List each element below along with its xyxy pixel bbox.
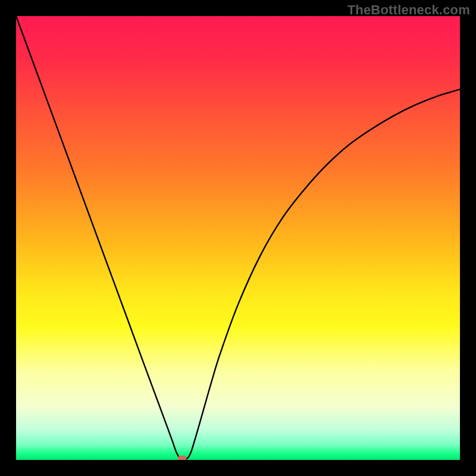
chart-svg	[16, 16, 460, 460]
watermark-text: TheBottleneck.com	[347, 2, 470, 18]
curve-minimum-marker	[178, 456, 186, 460]
chart-frame: TheBottleneck.com	[0, 0, 476, 476]
gradient-background	[16, 16, 460, 460]
plot-area	[16, 16, 460, 460]
